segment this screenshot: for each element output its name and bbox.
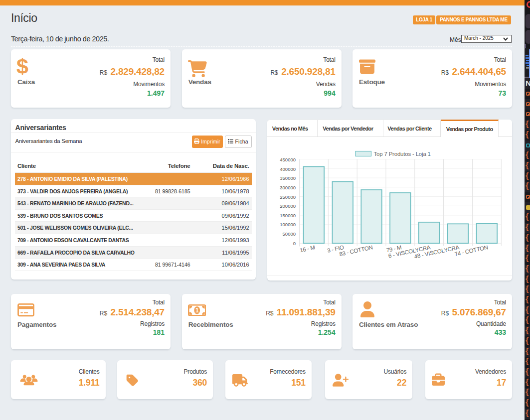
svg-text:Top 7 Produtos - Loja 1: Top 7 Produtos - Loja 1	[374, 151, 431, 157]
svg-text:74 - COTTON: 74 - COTTON	[454, 244, 489, 257]
svg-text:50000: 50000	[283, 231, 296, 237]
svg-text:250000: 250000	[280, 194, 296, 200]
svg-text:16 - M: 16 - M	[300, 244, 316, 253]
svg-text:400000: 400000	[280, 166, 296, 172]
svg-text:200000: 200000	[280, 203, 296, 209]
svg-text:450000: 450000	[280, 157, 296, 162]
svg-text:350000: 350000	[280, 175, 296, 181]
svg-text:150000: 150000	[280, 213, 296, 218]
svg-text:1: 1	[195, 306, 199, 313]
svg-text:83 - COTTON: 83 - COTTON	[339, 244, 373, 257]
svg-text:0: 0	[293, 241, 296, 246]
svg-text:100000: 100000	[280, 222, 296, 227]
svg-text:300000: 300000	[280, 185, 296, 190]
